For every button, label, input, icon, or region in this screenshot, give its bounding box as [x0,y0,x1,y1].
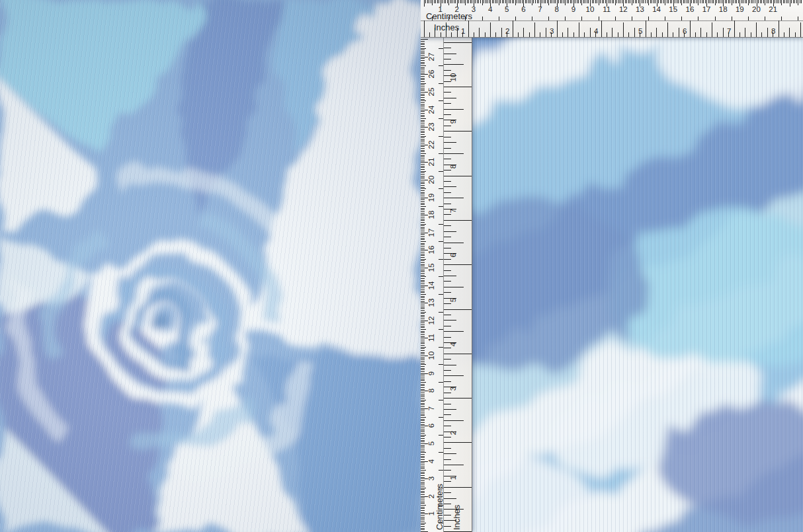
mm-tick [421,116,425,117]
mm-tick [677,0,677,3]
mm-tick [421,204,425,205]
mm-tick [786,0,787,3]
inch-tick [444,498,456,499]
mm-tick [777,0,777,3]
inch-tick [444,92,451,93]
mm-tick [767,0,767,3]
mm-tick [718,0,719,3]
mm-tick [421,467,425,467]
mm-tick [768,0,769,3]
mm-tick [555,0,556,3]
cm-number: 8 [550,5,564,13]
inch-tick [479,28,480,37]
inch-tick [444,281,451,282]
inch-tick [662,32,663,37]
inch-tick [784,32,784,37]
mm-tick [421,284,425,284]
inch-number: 7 [717,27,732,35]
mm-tick [537,0,538,3]
mm-tick [421,508,425,509]
mm-tick [421,398,425,399]
mm-tick [421,132,425,133]
mm-tick [421,510,425,511]
inch-number: 8 [761,27,776,35]
mm-tick [793,0,794,3]
mm-tick [421,122,425,122]
mm-tick [421,73,425,73]
inch-tick [444,492,451,493]
mm-tick [421,456,425,457]
mm-tick [421,275,425,276]
inch-tick [444,526,451,527]
mm-tick [780,0,781,3]
mm-tick [567,0,568,3]
inch-tick [562,32,563,37]
mm-tick [434,0,435,3]
mm-tick [421,503,425,504]
mm-tick [697,0,697,3]
mm-tick [421,273,425,274]
inch-tick [695,32,696,37]
mm-tick [421,342,425,342]
mm-tick [720,0,720,3]
mm-tick [421,99,425,100]
mm-tick [421,46,425,47]
mm-tick [421,155,425,156]
mm-tick [421,247,425,247]
inch-tick [745,28,745,37]
mm-tick [761,0,762,3]
mm-tick [648,0,649,5]
mm-tick [421,115,425,116]
mm-tick [421,266,425,266]
cm-number: 7 [427,402,435,415]
mm-tick [421,354,425,354]
cm-number: 4 [427,455,435,468]
mm-tick [581,0,582,5]
mm-tick [661,0,662,3]
cm-number: 17 [427,226,435,239]
mm-tick [421,41,425,42]
mm-tick [495,0,496,3]
cm-number: 16 [427,243,435,256]
mm-tick [442,0,443,3]
mm-tick [593,0,594,3]
mm-tick [687,0,687,3]
mm-tick [630,0,630,3]
mm-tick [615,0,616,5]
mm-tick [578,0,579,3]
swirled-fabric-photo [0,0,421,532]
mm-tick [421,83,426,84]
mm-tick [421,375,425,375]
mm-tick [577,0,577,3]
inch-tick [444,465,464,465]
mm-tick [421,187,425,188]
mm-tick [600,0,601,3]
inch-tick [706,32,707,37]
mm-tick [585,0,585,3]
mm-tick [421,380,425,381]
mm-tick [421,352,425,353]
mm-tick [421,166,425,167]
inch-tick [444,148,451,149]
inch-tick [444,87,472,87]
mm-tick [421,417,426,418]
mm-tick [454,0,454,3]
inch-number: 2 [495,27,510,35]
inch-tick [667,22,668,37]
inch-tick [444,225,451,226]
mm-tick [484,0,484,3]
cm-number: 20 [427,173,435,186]
mm-tick [492,0,493,3]
mm-tick [726,0,727,3]
inch-tick [579,22,579,37]
mm-tick [698,0,698,5]
mm-tick [421,299,425,300]
inch-tick [444,287,464,287]
horizontal-cm-label: Centimeters [426,11,472,21]
half-cm-tick [439,153,443,154]
mm-tick [421,271,425,272]
mm-tick [794,0,795,3]
mm-tick [587,0,587,3]
mm-tick [421,276,426,277]
cm-number: 15 [667,5,680,13]
